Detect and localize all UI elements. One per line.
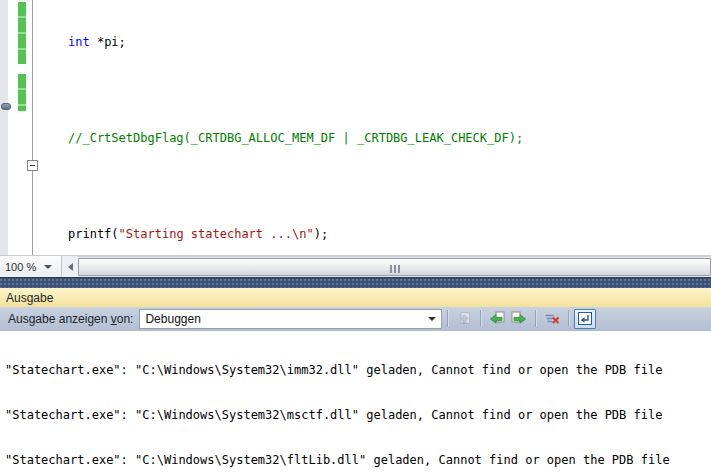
output-toolbar: Ausgabe anzeigen von: Debuggen bbox=[0, 307, 711, 331]
grip-icon bbox=[389, 258, 401, 277]
combo-dropdown-button[interactable] bbox=[425, 310, 439, 328]
hscroll-track[interactable] bbox=[78, 256, 711, 278]
next-message-button[interactable] bbox=[508, 309, 530, 329]
indicator-margin bbox=[0, 0, 8, 255]
clear-all-button[interactable] bbox=[541, 309, 563, 329]
output-source-value: Debuggen bbox=[145, 312, 200, 326]
output-text-area[interactable]: "Statechart.exe": "C:\Windows\System32\i… bbox=[0, 331, 711, 472]
code-line: printf("Starting statechart ...\n"); bbox=[36, 226, 711, 242]
code-line bbox=[36, 82, 711, 98]
hscroll-thumb[interactable] bbox=[78, 258, 711, 276]
goto-source-button[interactable] bbox=[453, 309, 475, 329]
output-line[interactable]: "Statechart.exe": "C:\Windows\System32\f… bbox=[5, 453, 711, 468]
previous-message-button[interactable] bbox=[486, 309, 508, 329]
pane-splitter[interactable] bbox=[0, 277, 711, 288]
toggle-word-wrap-button[interactable] bbox=[574, 309, 596, 329]
arrow-left-icon bbox=[68, 263, 73, 271]
chevron-down-icon bbox=[44, 265, 52, 269]
zoom-level-value: 100 % bbox=[5, 261, 36, 273]
toolbar-separator bbox=[447, 310, 448, 327]
bookmark-icon bbox=[1, 103, 11, 110]
next-message-icon bbox=[511, 311, 527, 327]
clear-all-icon bbox=[544, 311, 560, 327]
output-line[interactable]: "Statechart.exe": "C:\Windows\System32\m… bbox=[5, 408, 711, 423]
editor-hscrollbar-row: 100 % bbox=[0, 255, 711, 277]
editor-zoom-select[interactable]: 100 % bbox=[0, 256, 62, 278]
code-editor[interactable]: int *pi; //_CrtSetDbgFlag(_CRTDBG_ALLOC_… bbox=[0, 0, 711, 255]
toolbar-separator bbox=[480, 310, 481, 327]
code-text[interactable]: int *pi; //_CrtSetDbgFlag(_CRTDBG_ALLOC_… bbox=[36, 2, 711, 255]
change-tracking-bar bbox=[18, 2, 26, 64]
code-line: int *pi; bbox=[36, 34, 711, 50]
show-output-from-label: Ausgabe anzeigen von: bbox=[8, 312, 133, 326]
change-tracking-bar bbox=[18, 74, 26, 111]
hscroll-left-button[interactable] bbox=[63, 256, 77, 278]
output-window-title: Ausgabe bbox=[6, 291, 53, 305]
code-line: //_CrtSetDbgFlag(_CRTDBG_ALLOC_MEM_DF | … bbox=[36, 130, 711, 146]
goto-source-icon bbox=[456, 311, 472, 327]
code-line bbox=[36, 178, 711, 194]
previous-message-icon bbox=[489, 311, 505, 327]
output-line[interactable]: "Statechart.exe": "C:\Windows\System32\i… bbox=[5, 363, 711, 378]
vs-ide-window: int *pi; //_CrtSetDbgFlag(_CRTDBG_ALLOC_… bbox=[0, 0, 711, 472]
word-wrap-icon bbox=[577, 311, 593, 327]
output-source-combobox[interactable]: Debuggen bbox=[139, 309, 442, 329]
toolbar-separator bbox=[568, 310, 569, 327]
output-window-title-bar[interactable]: Ausgabe bbox=[0, 288, 711, 307]
chevron-down-icon bbox=[428, 317, 436, 321]
toolbar-separator bbox=[535, 310, 536, 327]
outlining-guide-line bbox=[32, 0, 33, 255]
